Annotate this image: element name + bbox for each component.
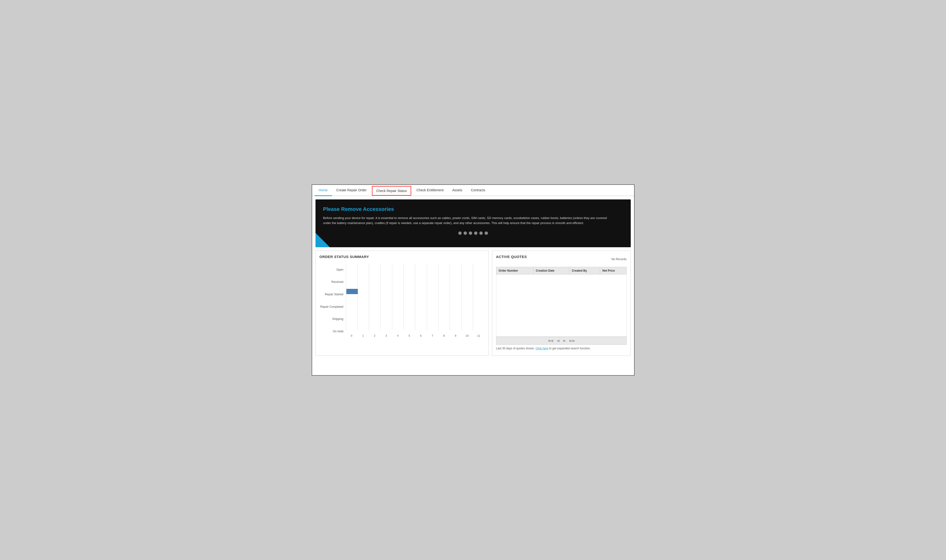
- hero-banner: Please Remove Accessories Before sending…: [316, 199, 631, 247]
- footer-suffix: to get expanded search function.: [549, 347, 591, 350]
- order-status-title: ORDER STATUS SUMMARY: [320, 255, 485, 259]
- hero-triangle: [316, 233, 330, 247]
- col-order-number: Order Number: [496, 267, 533, 274]
- quotes-table: Order Number Creation Date Created By Ne…: [496, 267, 627, 274]
- x-label-10: 10: [461, 334, 473, 337]
- main-content: ORDER STATUS SUMMARY Open Received Repai…: [312, 251, 634, 359]
- app-container: Home Create Repair Order Check Repair St…: [312, 185, 635, 375]
- dot-1[interactable]: [458, 231, 462, 235]
- footer-note: Last 30 days of quotes shown. Click here…: [496, 347, 627, 350]
- dot-6[interactable]: [485, 231, 488, 235]
- hero-title: Please Remove Accessories: [323, 206, 623, 212]
- chart-area: Open Received Repair Started Repair Comp…: [320, 263, 485, 338]
- dot-4[interactable]: [474, 231, 478, 235]
- label-on-hold: On Hold: [320, 327, 344, 336]
- nav-item-check-repair-status[interactable]: Check Repair Status: [372, 186, 411, 195]
- active-quotes-card: ACTIVE QUOTES No Records Order Number Cr…: [492, 251, 631, 356]
- nav-bar: Home Create Repair Order Check Repair St…: [312, 185, 634, 196]
- pagination-prev[interactable]: ⊲: [556, 338, 561, 343]
- chart-body: 0 1 2 3 4 5 6 7 8 9 10 11: [346, 263, 485, 338]
- footer-text: Last 30 days of quotes shown.: [496, 347, 536, 350]
- label-open: Open: [320, 265, 344, 274]
- x-label-5: 5: [404, 334, 415, 337]
- label-received: Received: [320, 277, 344, 287]
- x-label-2: 2: [369, 334, 380, 337]
- x-label-11: 11: [473, 334, 484, 337]
- x-label-7: 7: [427, 334, 438, 337]
- col-net-price: Net Price: [600, 267, 626, 274]
- nav-item-home[interactable]: Home: [314, 185, 332, 196]
- nav-item-assets[interactable]: Assets: [448, 185, 467, 196]
- bar-open: [346, 264, 485, 274]
- footer-link[interactable]: Click here: [536, 347, 548, 350]
- pagination-bar: ⊲⊲ ⊲ ⊳ ⊳⊳: [496, 337, 627, 345]
- bar-shipping: [346, 309, 485, 318]
- dot-3[interactable]: [469, 231, 472, 235]
- label-repair-completed: Repair Completed: [320, 302, 344, 312]
- x-label-4: 4: [392, 334, 404, 337]
- col-creation-date: Creation Date: [533, 267, 569, 274]
- order-status-card: ORDER STATUS SUMMARY Open Received Repai…: [316, 251, 489, 356]
- x-label-1: 1: [357, 334, 369, 337]
- col-created-by: Created By: [569, 267, 600, 274]
- dot-5[interactable]: [479, 231, 483, 235]
- x-axis: 0 1 2 3 4 5 6 7 8 9 10 11: [346, 331, 485, 338]
- no-records-text: No Records: [612, 257, 626, 261]
- x-label-8: 8: [438, 334, 450, 337]
- nav-item-check-entitlement[interactable]: Check Entitlement: [412, 185, 448, 196]
- pagination-last[interactable]: ⊳⊳: [569, 338, 576, 343]
- quotes-empty-area: [496, 274, 627, 337]
- bar-repair-started: [346, 287, 485, 296]
- nav-item-create-repair-order[interactable]: Create Repair Order: [332, 185, 371, 196]
- dot-2[interactable]: [464, 231, 467, 235]
- x-label-6: 6: [415, 334, 427, 337]
- bar-repair-completed: [346, 298, 485, 307]
- carousel-dots: [323, 231, 623, 237]
- bars-container: [346, 263, 485, 331]
- hero-text: Before sending your device for repair, i…: [323, 216, 608, 226]
- label-repair-started: Repair Started: [320, 289, 344, 299]
- x-label-9: 9: [450, 334, 461, 337]
- bar-received: [346, 275, 485, 285]
- bar-on-hold: [346, 320, 485, 330]
- pagination-next[interactable]: ⊳: [562, 338, 567, 343]
- active-quotes-title: ACTIVE QUOTES: [496, 255, 527, 259]
- pagination-first[interactable]: ⊲⊲: [547, 338, 555, 343]
- quotes-header: ACTIVE QUOTES No Records: [496, 255, 627, 263]
- nav-item-contracts[interactable]: Contracts: [467, 185, 490, 196]
- x-label-3: 3: [380, 334, 392, 337]
- chart-labels: Open Received Repair Started Repair Comp…: [320, 263, 346, 338]
- label-shipping: Shipping: [320, 314, 344, 324]
- x-label-0: 0: [346, 334, 357, 337]
